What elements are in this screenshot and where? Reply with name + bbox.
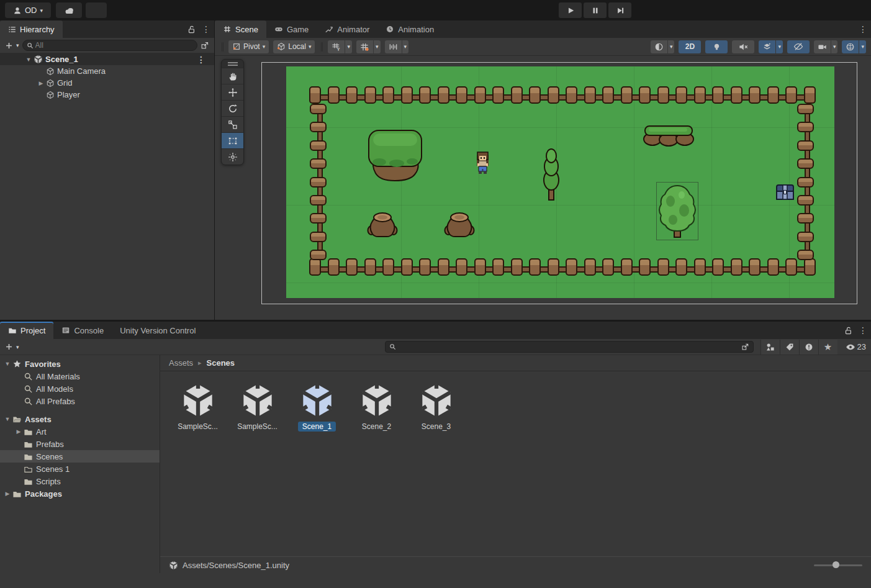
tilemap-grass-area[interactable] bbox=[286, 66, 834, 298]
2d-mode-button[interactable]: 2D bbox=[679, 40, 701, 53]
create-dropdown-icon[interactable]: ▾ bbox=[16, 344, 19, 350]
search-by-label-button[interactable] bbox=[780, 340, 799, 355]
effects-toggle-button[interactable] bbox=[759, 40, 775, 53]
project-tree-item-scripts[interactable]: Scripts bbox=[0, 475, 160, 487]
pivot-toggle-button[interactable]: Pivot ▾ bbox=[228, 40, 269, 53]
local-toggle-button[interactable]: Local ▾ bbox=[273, 40, 315, 53]
move-tool-button[interactable] bbox=[222, 84, 243, 100]
gizmos-button[interactable] bbox=[842, 40, 859, 53]
grid-snap-button[interactable] bbox=[356, 40, 373, 53]
lock-icon[interactable] bbox=[844, 326, 852, 335]
snap-increment-dropdown[interactable]: ▾ bbox=[402, 40, 409, 53]
draw-mode-button[interactable] bbox=[651, 40, 667, 53]
hierarchy-search[interactable] bbox=[22, 40, 197, 51]
project-search[interactable] bbox=[385, 341, 754, 353]
pause-button[interactable] bbox=[584, 2, 607, 18]
tab-console[interactable]: Console bbox=[53, 322, 112, 339]
search-by-import-log-button[interactable] bbox=[799, 340, 818, 355]
asset-item-samplesc-[interactable]: SampleSc... bbox=[228, 382, 286, 432]
toolbar-extra-button[interactable] bbox=[86, 2, 107, 18]
grid-visibility-dropdown[interactable]: ▾ bbox=[345, 40, 352, 53]
play-button[interactable] bbox=[559, 2, 582, 18]
lighting-toggle-button[interactable] bbox=[705, 40, 728, 53]
foldout-icon[interactable]: ▶ bbox=[14, 428, 24, 435]
hierarchy-item-main-camera[interactable]: Main Camera bbox=[0, 65, 214, 77]
tab-scene[interactable]: Scene bbox=[215, 20, 266, 38]
hierarchy-search-input[interactable] bbox=[35, 41, 193, 50]
asset-item-scene-2[interactable]: Scene_2 bbox=[348, 382, 405, 432]
scene-object-chest[interactable] bbox=[775, 182, 795, 202]
project-tree-item-scenes-1[interactable]: Scenes 1 bbox=[0, 463, 160, 475]
tab-game[interactable]: Game bbox=[266, 20, 317, 38]
rotate-tool-button[interactable] bbox=[222, 100, 243, 116]
breadcrumb-current[interactable]: Scenes bbox=[207, 358, 235, 368]
grid-snap-dropdown[interactable]: ▾ bbox=[374, 40, 381, 53]
scene-object-stump[interactable] bbox=[367, 206, 398, 238]
tab-unity-version-control[interactable]: Unity Version Control bbox=[112, 322, 204, 339]
tab-animator[interactable]: Animator bbox=[317, 20, 377, 38]
project-tree-item-art[interactable]: ▶Art bbox=[0, 425, 160, 438]
create-add-icon[interactable] bbox=[5, 42, 13, 50]
scene-object-stump[interactable] bbox=[444, 206, 475, 238]
cloud-services-button[interactable] bbox=[56, 2, 82, 18]
effects-dropdown[interactable]: ▾ bbox=[776, 40, 783, 53]
hierarchy-item-player[interactable]: Player bbox=[0, 89, 214, 101]
draw-mode-dropdown[interactable]: ▾ bbox=[668, 40, 675, 53]
panel-menu-icon[interactable]: ⋮ bbox=[202, 24, 210, 34]
project-tree-item-scenes[interactable]: Scenes bbox=[0, 450, 160, 463]
save-search-button[interactable]: ★ bbox=[818, 340, 837, 355]
project-tree-item-all-prefabs[interactable]: All Prefabs bbox=[0, 395, 160, 407]
create-add-icon[interactable] bbox=[5, 343, 13, 351]
foldout-icon[interactable]: ▶ bbox=[36, 80, 46, 86]
tab-animation[interactable]: Animation bbox=[377, 20, 442, 38]
fence-segment[interactable] bbox=[310, 104, 330, 260]
hidden-objects-button[interactable] bbox=[787, 40, 810, 53]
fence-segment[interactable] bbox=[309, 258, 816, 279]
step-button[interactable] bbox=[608, 2, 631, 18]
hierarchy-item-grid[interactable]: ▶Grid bbox=[0, 77, 214, 89]
hierarchy-scene-root[interactable]: ▼ Scene_1 ⋮ bbox=[0, 53, 214, 65]
hand-tool-button[interactable] bbox=[222, 68, 243, 84]
scene-menu-icon[interactable]: ⋮ bbox=[197, 55, 205, 65]
gizmos-dropdown[interactable]: ▾ bbox=[859, 40, 866, 53]
project-tree-item-favorites[interactable]: ▼Favorites bbox=[0, 358, 160, 370]
lock-icon[interactable] bbox=[187, 25, 196, 34]
foldout-icon[interactable]: ▼ bbox=[2, 361, 12, 367]
panel-menu-icon[interactable]: ⋮ bbox=[859, 325, 867, 335]
thumbnail-zoom-slider[interactable] bbox=[814, 561, 862, 569]
rect-tool-button[interactable] bbox=[222, 132, 243, 148]
scene-object-bush-tree-large[interactable] bbox=[366, 126, 425, 185]
project-tree-item-all-materials[interactable]: All Materials bbox=[0, 370, 160, 382]
audio-toggle-button[interactable] bbox=[732, 40, 754, 53]
project-tree-item-all-models[interactable]: All Models bbox=[0, 382, 160, 395]
scale-tool-button[interactable] bbox=[222, 116, 243, 132]
foldout-icon[interactable]: ▼ bbox=[2, 416, 12, 422]
transform-tool-button[interactable] bbox=[222, 148, 243, 165]
fence-segment[interactable] bbox=[309, 86, 816, 107]
open-window-icon[interactable] bbox=[201, 41, 209, 50]
scene-object-pine-tree[interactable] bbox=[541, 148, 561, 202]
hidden-count-toggle[interactable]: 23 bbox=[846, 342, 866, 352]
asset-item-samplesc-[interactable]: SampleSc... bbox=[169, 382, 227, 432]
tab-project[interactable]: Project bbox=[0, 322, 53, 339]
account-button[interactable]: OD ▾ bbox=[5, 2, 51, 18]
asset-item-scene-3[interactable]: Scene_3 bbox=[407, 382, 465, 432]
project-tree-item-packages[interactable]: ▶Packages bbox=[0, 487, 160, 500]
foldout-icon[interactable]: ▼ bbox=[24, 57, 34, 63]
grid-visibility-button[interactable]: Y bbox=[328, 40, 345, 53]
overlay-drag-handle[interactable] bbox=[222, 60, 243, 68]
breadcrumb-root[interactable]: Assets bbox=[169, 358, 193, 368]
tab-hierarchy[interactable]: Hierarchy bbox=[0, 20, 63, 38]
fence-segment[interactable] bbox=[797, 104, 818, 260]
slider-handle[interactable] bbox=[833, 561, 839, 568]
create-dropdown-icon[interactable]: ▾ bbox=[16, 42, 19, 48]
foldout-icon[interactable]: ▶ bbox=[2, 491, 12, 497]
project-tree-item-prefabs[interactable]: Prefabs bbox=[0, 438, 160, 450]
scene-object-hedge[interactable] bbox=[641, 124, 696, 147]
scene-object-player[interactable] bbox=[474, 151, 491, 177]
panel-menu-icon[interactable]: ⋮ bbox=[859, 24, 867, 34]
snap-increment-button[interactable] bbox=[385, 40, 402, 53]
camera-settings-button[interactable] bbox=[814, 40, 831, 53]
search-by-type-button[interactable] bbox=[760, 340, 780, 355]
asset-item-scene-1[interactable]: Scene_1 bbox=[288, 382, 346, 432]
